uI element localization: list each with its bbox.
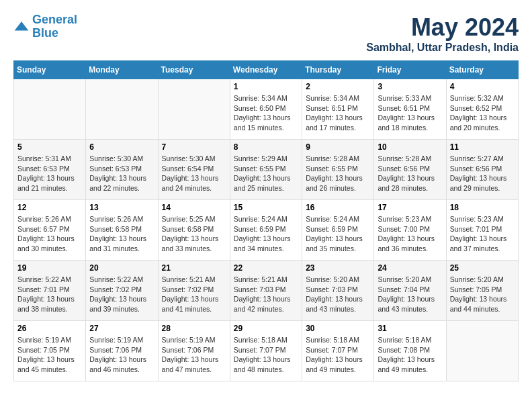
calendar-row-1: 1Sunrise: 5:34 AM Sunset: 6:50 PM Daylig… (14, 79, 519, 140)
day-info: Sunrise: 5:23 AM Sunset: 7:00 PM Dayligh… (378, 214, 442, 254)
day-number: 31 (378, 324, 442, 333)
day-number: 2 (306, 82, 370, 91)
day-info: Sunrise: 5:31 AM Sunset: 6:53 PM Dayligh… (17, 154, 82, 193)
calendar-cell: 30Sunrise: 5:18 AM Sunset: 7:07 PM Dayli… (302, 321, 374, 381)
calendar-row-4: 19Sunrise: 5:22 AM Sunset: 7:01 PM Dayli… (14, 261, 519, 321)
calendar-row-3: 12Sunrise: 5:26 AM Sunset: 6:57 PM Dayli… (14, 200, 519, 261)
calendar-cell: 26Sunrise: 5:19 AM Sunset: 7:05 PM Dayli… (14, 321, 86, 381)
calendar-cell: 12Sunrise: 5:26 AM Sunset: 6:57 PM Dayli… (14, 200, 86, 261)
calendar-cell: 25Sunrise: 5:20 AM Sunset: 7:05 PM Dayli… (446, 261, 518, 321)
calendar-cell: 5Sunrise: 5:31 AM Sunset: 6:53 PM Daylig… (14, 140, 86, 200)
day-number: 28 (162, 324, 226, 333)
day-info: Sunrise: 5:19 AM Sunset: 7:05 PM Dayligh… (17, 335, 82, 375)
day-info: Sunrise: 5:30 AM Sunset: 6:54 PM Dayligh… (162, 154, 226, 193)
col-monday: Monday (86, 61, 158, 79)
calendar-cell (14, 79, 86, 140)
location-title: Sambhal, Uttar Pradesh, India (366, 42, 519, 54)
calendar-cell: 2Sunrise: 5:34 AM Sunset: 6:51 PM Daylig… (302, 79, 374, 140)
col-wednesday: Wednesday (230, 61, 302, 79)
day-info: Sunrise: 5:21 AM Sunset: 7:02 PM Dayligh… (162, 275, 226, 314)
day-number: 9 (306, 142, 370, 152)
day-info: Sunrise: 5:29 AM Sunset: 6:55 PM Dayligh… (234, 154, 298, 193)
day-number: 23 (306, 263, 370, 273)
calendar-cell: 28Sunrise: 5:19 AM Sunset: 7:06 PM Dayli… (158, 321, 230, 381)
calendar-cell: 9Sunrise: 5:28 AM Sunset: 6:55 PM Daylig… (302, 140, 374, 200)
calendar-cell: 21Sunrise: 5:21 AM Sunset: 7:02 PM Dayli… (158, 261, 230, 321)
col-thursday: Thursday (302, 61, 374, 79)
day-number: 19 (17, 263, 82, 273)
day-info: Sunrise: 5:19 AM Sunset: 7:06 PM Dayligh… (162, 335, 226, 375)
calendar-cell: 3Sunrise: 5:33 AM Sunset: 6:51 PM Daylig… (374, 79, 446, 140)
day-number: 13 (89, 203, 154, 212)
calendar-cell (86, 79, 158, 140)
day-info: Sunrise: 5:28 AM Sunset: 6:55 PM Dayligh… (306, 154, 370, 193)
calendar-cell: 22Sunrise: 5:21 AM Sunset: 7:03 PM Dayli… (230, 261, 302, 321)
day-number: 14 (162, 203, 226, 212)
day-number: 20 (89, 263, 154, 273)
day-number: 22 (234, 263, 298, 273)
calendar-cell: 11Sunrise: 5:27 AM Sunset: 6:56 PM Dayli… (446, 140, 518, 200)
calendar-cell: 31Sunrise: 5:18 AM Sunset: 7:08 PM Dayli… (374, 321, 446, 381)
day-number: 10 (378, 142, 442, 152)
day-info: Sunrise: 5:20 AM Sunset: 7:05 PM Dayligh… (450, 275, 515, 314)
day-info: Sunrise: 5:26 AM Sunset: 6:58 PM Dayligh… (89, 214, 154, 254)
calendar-table: Sunday Monday Tuesday Wednesday Thursday… (13, 60, 519, 381)
title-block: May 2024 Sambhal, Uttar Pradesh, India (366, 13, 519, 54)
day-number: 30 (306, 324, 370, 333)
col-tuesday: Tuesday (158, 61, 230, 79)
day-info: Sunrise: 5:21 AM Sunset: 7:03 PM Dayligh… (234, 275, 298, 314)
day-info: Sunrise: 5:24 AM Sunset: 6:59 PM Dayligh… (234, 214, 298, 254)
calendar-cell: 1Sunrise: 5:34 AM Sunset: 6:50 PM Daylig… (230, 79, 302, 140)
day-info: Sunrise: 5:18 AM Sunset: 7:08 PM Dayligh… (378, 335, 442, 375)
day-number: 3 (378, 82, 442, 91)
calendar-cell: 27Sunrise: 5:19 AM Sunset: 7:06 PM Dayli… (86, 321, 158, 381)
day-number: 4 (450, 82, 515, 91)
day-number: 5 (17, 142, 82, 152)
calendar-cell: 16Sunrise: 5:24 AM Sunset: 6:59 PM Dayli… (302, 200, 374, 261)
calendar-cell: 18Sunrise: 5:23 AM Sunset: 7:01 PM Dayli… (446, 200, 518, 261)
calendar-cell: 10Sunrise: 5:28 AM Sunset: 6:56 PM Dayli… (374, 140, 446, 200)
col-friday: Friday (374, 61, 446, 79)
day-info: Sunrise: 5:32 AM Sunset: 6:52 PM Dayligh… (450, 93, 515, 133)
svg-marker-0 (15, 21, 29, 31)
day-number: 27 (89, 324, 154, 333)
day-number: 11 (450, 142, 515, 152)
day-info: Sunrise: 5:34 AM Sunset: 6:50 PM Dayligh… (234, 93, 298, 133)
calendar-cell: 23Sunrise: 5:20 AM Sunset: 7:03 PM Dayli… (302, 261, 374, 321)
calendar-cell: 4Sunrise: 5:32 AM Sunset: 6:52 PM Daylig… (446, 79, 518, 140)
calendar-cell: 13Sunrise: 5:26 AM Sunset: 6:58 PM Dayli… (86, 200, 158, 261)
logo-text: General Blue (32, 13, 77, 40)
day-number: 25 (450, 263, 515, 273)
calendar-cell: 6Sunrise: 5:30 AM Sunset: 6:53 PM Daylig… (86, 140, 158, 200)
day-info: Sunrise: 5:25 AM Sunset: 6:58 PM Dayligh… (162, 214, 226, 254)
day-number: 1 (234, 82, 298, 91)
logo-line2: Blue (32, 26, 58, 40)
month-title: May 2024 (366, 13, 519, 42)
day-info: Sunrise: 5:20 AM Sunset: 7:03 PM Dayligh… (306, 275, 370, 314)
calendar-cell: 7Sunrise: 5:30 AM Sunset: 6:54 PM Daylig… (158, 140, 230, 200)
calendar-cell: 24Sunrise: 5:20 AM Sunset: 7:04 PM Dayli… (374, 261, 446, 321)
day-info: Sunrise: 5:19 AM Sunset: 7:06 PM Dayligh… (89, 335, 154, 375)
header-row: Sunday Monday Tuesday Wednesday Thursday… (14, 61, 519, 79)
page-header: General Blue May 2024 Sambhal, Uttar Pra… (13, 13, 519, 54)
day-number: 24 (378, 263, 442, 273)
day-number: 6 (89, 142, 154, 152)
day-info: Sunrise: 5:22 AM Sunset: 7:01 PM Dayligh… (17, 275, 82, 314)
day-number: 7 (162, 142, 226, 152)
day-number: 29 (234, 324, 298, 333)
day-number: 12 (17, 203, 82, 212)
calendar-row-2: 5Sunrise: 5:31 AM Sunset: 6:53 PM Daylig… (14, 140, 519, 200)
day-info: Sunrise: 5:18 AM Sunset: 7:07 PM Dayligh… (306, 335, 370, 375)
calendar-cell: 19Sunrise: 5:22 AM Sunset: 7:01 PM Dayli… (14, 261, 86, 321)
day-number: 16 (306, 203, 370, 212)
logo-icon (13, 19, 30, 35)
day-number: 18 (450, 203, 515, 212)
day-info: Sunrise: 5:20 AM Sunset: 7:04 PM Dayligh… (378, 275, 442, 314)
day-number: 17 (378, 203, 442, 212)
day-number: 26 (17, 324, 82, 333)
day-info: Sunrise: 5:23 AM Sunset: 7:01 PM Dayligh… (450, 214, 515, 254)
calendar-cell (158, 79, 230, 140)
calendar-cell: 8Sunrise: 5:29 AM Sunset: 6:55 PM Daylig… (230, 140, 302, 200)
calendar-cell: 17Sunrise: 5:23 AM Sunset: 7:00 PM Dayli… (374, 200, 446, 261)
calendar-row-5: 26Sunrise: 5:19 AM Sunset: 7:05 PM Dayli… (14, 321, 519, 381)
